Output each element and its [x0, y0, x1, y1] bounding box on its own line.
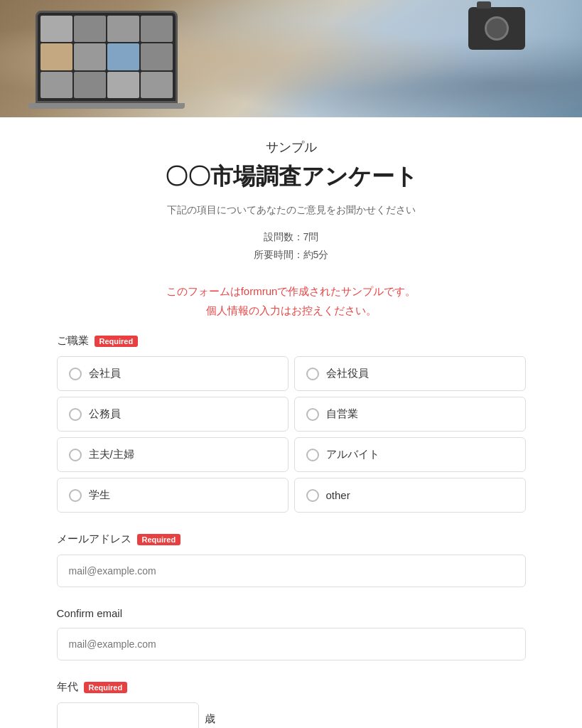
confirm-email-input[interactable]: [57, 628, 526, 660]
occupation-option-company-executive[interactable]: 会社役員: [294, 356, 526, 391]
email-label-text: メールアドレス: [57, 532, 131, 546]
age-input[interactable]: [57, 702, 199, 728]
occupation-option-label: 学生: [89, 488, 110, 502]
radio-circle: [306, 368, 319, 380]
notice-line1: このフォームはformrunで作成されたサンプルです。: [57, 282, 526, 301]
confirm-email-section: Confirm email: [57, 607, 526, 660]
occupation-option-student[interactable]: 学生: [57, 478, 289, 513]
email-label: メールアドレス Required: [57, 532, 526, 546]
notice-line2: 個人情報の入力はお控えください。: [57, 301, 526, 320]
form-container: サンプル 〇〇市場調査アンケート 下記の項目についてあなたのご意見をお聞かせくだ…: [43, 117, 540, 728]
form-meta: 設問数：7問 所要時間：約5分: [57, 228, 526, 264]
form-title: 〇〇市場調査アンケート: [57, 161, 526, 193]
email-section: メールアドレス Required: [57, 532, 526, 587]
form-notice: このフォームはformrunで作成されたサンプルです。 個人情報の入力はお控えく…: [57, 282, 526, 320]
confirm-email-label: Confirm email: [57, 607, 526, 619]
email-input[interactable]: [57, 555, 526, 587]
time-estimate: 所要時間：約5分: [57, 246, 526, 264]
age-required-badge: Required: [84, 682, 128, 693]
occupation-option-label: 自営業: [326, 407, 358, 421]
age-label: 年代 Required: [57, 680, 526, 694]
occupation-label-text: ご職業: [57, 334, 89, 348]
radio-circle: [69, 408, 82, 421]
occupation-option-housewife[interactable]: 主夫/主婦: [57, 437, 289, 472]
age-label-text: 年代: [57, 680, 78, 694]
occupation-section: ご職業 Required 会社員 会社役員 公務員 自営業: [57, 334, 526, 513]
occupation-option-part-time[interactable]: アルバイト: [294, 437, 526, 472]
occupation-option-government-worker[interactable]: 公務員: [57, 397, 289, 432]
confirm-email-label-text: Confirm email: [57, 607, 123, 619]
occupation-label: ご職業 Required: [57, 334, 526, 348]
radio-circle: [69, 449, 82, 461]
camera-decoration: [468, 7, 525, 50]
occupation-option-self-employed[interactable]: 自営業: [294, 397, 526, 432]
question-count: 設問数：7問: [57, 228, 526, 246]
age-suffix: 歳: [205, 712, 215, 726]
age-section: 年代 Required 歳: [57, 680, 526, 728]
radio-circle: [69, 368, 82, 380]
hero-banner: [0, 0, 582, 117]
occupation-options-grid: 会社員 会社役員 公務員 自営業 主夫/主婦 アルバイト: [57, 356, 526, 513]
occupation-option-label: 会社役員: [326, 367, 369, 380]
laptop-decoration: [36, 11, 206, 117]
occupation-option-label: 主夫/主婦: [89, 448, 134, 461]
radio-circle: [306, 489, 319, 502]
occupation-required-badge: Required: [95, 336, 139, 347]
occupation-option-label: 会社員: [89, 367, 121, 380]
occupation-option-company-employee[interactable]: 会社員: [57, 356, 289, 391]
email-required-badge: Required: [137, 534, 181, 545]
occupation-option-label: 公務員: [89, 407, 121, 421]
radio-circle: [306, 408, 319, 421]
form-subtitle: サンプル: [57, 139, 526, 156]
age-input-wrapper: 歳: [57, 702, 526, 728]
form-description: 下記の項目についてあなたのご意見をお聞かせください: [57, 204, 526, 217]
form-title-area: サンプル 〇〇市場調査アンケート 下記の項目についてあなたのご意見をお聞かせくだ…: [57, 139, 526, 264]
occupation-option-other[interactable]: other: [294, 478, 526, 513]
occupation-option-label: アルバイト: [326, 448, 379, 461]
occupation-option-label: other: [326, 489, 350, 501]
radio-circle: [69, 489, 82, 502]
radio-circle: [306, 449, 319, 461]
